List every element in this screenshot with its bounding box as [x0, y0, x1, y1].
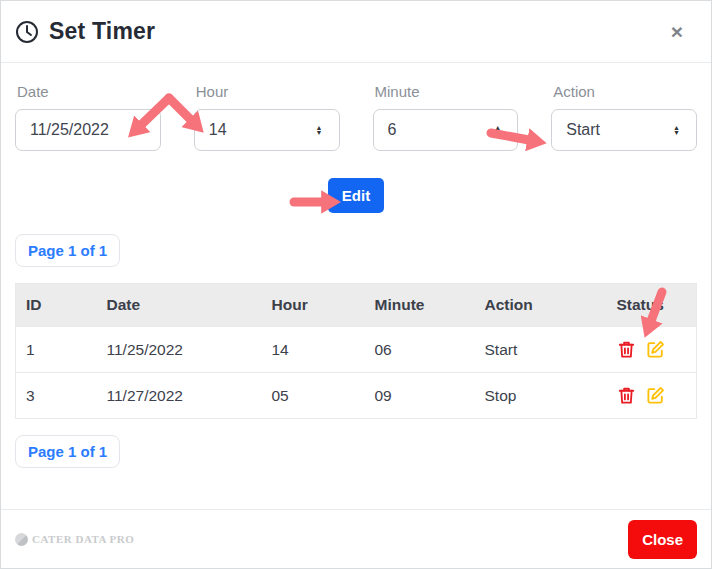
- modal-body: Date Hour 14 ▲▼ Minute 6 ▲▼: [1, 63, 711, 509]
- col-header-date: Date: [97, 284, 262, 327]
- set-timer-modal: Set Timer × Date Hour 14 ▲▼ Minute: [0, 0, 712, 569]
- modal-footer: CATER DATA PRO Close: [1, 509, 711, 568]
- field-date: Date: [15, 83, 161, 151]
- action-label: Action: [553, 83, 697, 100]
- cater-data-pro-logo-icon: [15, 533, 28, 546]
- action-select[interactable]: Start ▲▼: [551, 109, 697, 151]
- close-x-icon[interactable]: ×: [667, 19, 687, 44]
- modal-title: Set Timer: [49, 18, 155, 45]
- caret-updown-icon: ▲▼: [494, 125, 501, 136]
- edit-button[interactable]: Edit: [328, 178, 384, 213]
- cell-date: 11/25/2022: [97, 327, 262, 373]
- action-select-value: Start: [566, 121, 600, 139]
- cell-date: 11/27/2022: [97, 373, 262, 419]
- edit-button-row: Edit: [15, 178, 697, 213]
- cell-action: Start: [475, 327, 607, 373]
- cell-action: Stop: [475, 373, 607, 419]
- cell-status: [617, 340, 687, 359]
- minute-select[interactable]: 6 ▲▼: [373, 109, 519, 151]
- field-minute: Minute 6 ▲▼: [373, 83, 519, 151]
- hour-select-value: 14: [209, 121, 227, 139]
- field-hour: Hour 14 ▲▼: [194, 83, 340, 151]
- edit-pencil-icon[interactable]: [646, 340, 665, 359]
- watermark: CATER DATA PRO: [15, 533, 134, 546]
- cell-hour: 14: [262, 327, 365, 373]
- cell-id: 3: [16, 373, 97, 419]
- cell-hour: 05: [262, 373, 365, 419]
- close-button[interactable]: Close: [628, 520, 697, 559]
- pagination-bottom[interactable]: Page 1 of 1: [15, 435, 120, 468]
- timers-table: ID Date Hour Minute Action Status 1 11/2…: [15, 283, 697, 419]
- cell-status: [617, 386, 687, 405]
- col-header-status: Status: [607, 284, 697, 327]
- cell-minute: 09: [365, 373, 475, 419]
- col-header-minute: Minute: [365, 284, 475, 327]
- minute-select-value: 6: [388, 121, 397, 139]
- date-input[interactable]: [15, 109, 161, 151]
- watermark-text: CATER DATA PRO: [32, 533, 134, 545]
- clock-icon: [15, 20, 39, 44]
- table-row: 3 11/27/2022 05 09 Stop: [16, 373, 697, 419]
- modal-header: Set Timer ×: [1, 1, 711, 63]
- minute-label: Minute: [375, 83, 519, 100]
- table-header-row: ID Date Hour Minute Action Status: [16, 284, 697, 327]
- edit-pencil-icon[interactable]: [646, 386, 665, 405]
- cell-id: 1: [16, 327, 97, 373]
- caret-updown-icon: ▲▼: [673, 125, 680, 136]
- col-header-id: ID: [16, 284, 97, 327]
- col-header-hour: Hour: [262, 284, 365, 327]
- hour-label: Hour: [196, 83, 340, 100]
- timer-form: Date Hour 14 ▲▼ Minute 6 ▲▼: [15, 83, 697, 151]
- table-row: 1 11/25/2022 14 06 Start: [16, 327, 697, 373]
- delete-trash-icon[interactable]: [617, 340, 636, 359]
- pagination-top[interactable]: Page 1 of 1: [15, 234, 120, 267]
- delete-trash-icon[interactable]: [617, 386, 636, 405]
- hour-select[interactable]: 14 ▲▼: [194, 109, 340, 151]
- field-action: Action Start ▲▼: [551, 83, 697, 151]
- date-label: Date: [17, 83, 161, 100]
- col-header-action: Action: [475, 284, 607, 327]
- cell-minute: 06: [365, 327, 475, 373]
- caret-updown-icon: ▲▼: [316, 125, 323, 136]
